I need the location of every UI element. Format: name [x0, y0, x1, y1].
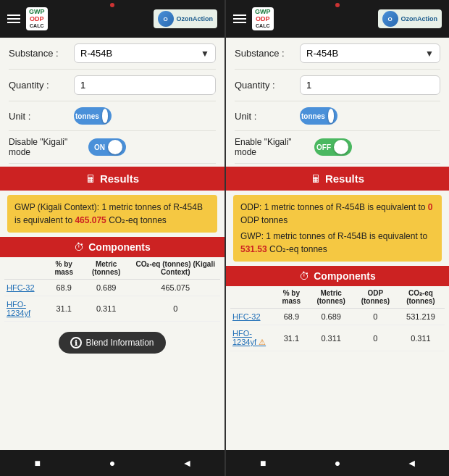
logo-right: GWP ODP CALC — [252, 7, 274, 30]
nav-circle-left[interactable]: ● — [104, 454, 121, 472]
components-header-left: ⏱ Components — [0, 237, 224, 257]
blend-info-button-left[interactable]: ℹ Blend Information — [59, 332, 165, 354]
nav-back-left[interactable]: ◄ — [178, 454, 196, 472]
result-odp-prefix: ODP: 1 metric tonnes of R-454B is equiva… — [240, 202, 428, 212]
components-icon-left: ⏱ — [74, 241, 84, 253]
kigali-toggle-right[interactable]: OFF — [314, 138, 352, 156]
logo-odp: ODP — [30, 16, 44, 23]
th-name-right — [230, 286, 274, 309]
quantity-label-left: Quantity : — [9, 80, 74, 91]
row2-name-left[interactable]: HFO-1234yf — [4, 296, 46, 322]
row2-pct-right: 31.1 — [274, 325, 308, 351]
quantity-control-right: 1 — [300, 75, 440, 95]
row2-name-right[interactable]: HFO-1234yf ⚠ — [230, 325, 274, 351]
form-section-right: Substance : R-454B ▼ Quantity : 1 Unit — [226, 38, 449, 164]
unit-toggle-label-right: tonnes — [301, 112, 325, 120]
result-box-left: GWP (Kigali Context): 1 metric tonnes of… — [7, 195, 217, 233]
result-box-right: ODP: 1 metric tonnes of R-454B is equiva… — [233, 195, 442, 262]
kigali-row-left: Disable "Kigali" mode ON — [9, 131, 216, 164]
th-metric-left: Metric (tonnes) — [82, 257, 131, 280]
substance-control-right: R-454B ▼ — [300, 43, 440, 63]
nav-square-left[interactable]: ■ — [29, 454, 46, 472]
row1-metric-left: 0.689 — [82, 280, 131, 296]
substance-dropdown-right[interactable]: R-454B ▼ — [300, 43, 440, 63]
row2-pct-left: 31.1 — [46, 296, 81, 322]
unit-control-right: tonnes — [300, 107, 440, 125]
result-gwp-value: 531.53 — [240, 244, 267, 254]
kigali-toggle-left[interactable]: ON — [88, 138, 126, 156]
substance-label-left: Substance : — [9, 48, 74, 59]
content-left: Substance : R-454B ▼ Quantity : 1 Unit — [0, 38, 224, 450]
results-header-left: 🖩 Results — [0, 167, 224, 191]
th-pct-right: % by mass — [274, 286, 308, 309]
logo-left: GWP ODP CALC — [26, 7, 48, 30]
form-section-left: Substance : R-454B ▼ Quantity : 1 Unit — [0, 38, 224, 164]
blend-btn-label-left: Blend Information — [85, 338, 154, 348]
kigali-control-left: ON — [88, 138, 216, 156]
left-panel: GWP ODP CALC O OzonAction Substance : R-… — [0, 0, 224, 476]
comp-table-wrapper-right: % by mass Metric (tonnes) ODP (tonnes) C… — [226, 286, 449, 351]
content-right: Substance : R-454B ▼ Quantity : 1 Unit — [226, 38, 449, 450]
unit-toggle-knob-right — [328, 109, 334, 123]
result-value-left: 465.075 — [75, 215, 106, 225]
row2-metric-right: 0.311 — [308, 325, 353, 351]
th-odp-right: ODP (tonnes) — [354, 286, 397, 309]
logo-odp-r: ODP — [256, 16, 270, 23]
unit-row-right: Unit : tonnes — [235, 101, 440, 131]
row1-metric-right: 0.689 — [308, 309, 353, 325]
kigali-toggle-label-right: OFF — [316, 143, 331, 151]
unit-control-left: tonnes — [74, 107, 216, 125]
table-row: HFO-1234yf ⚠ 31.1 0.311 0 0.311 — [230, 325, 445, 351]
th-name-left — [4, 257, 46, 280]
unit-label-left: Unit : — [9, 111, 74, 122]
components-header-right: ⏱ Components — [226, 266, 449, 286]
substance-row-right: Substance : R-454B ▼ — [235, 38, 440, 70]
quantity-row-right: Quantity : 1 — [235, 70, 440, 101]
unit-toggle-left[interactable]: tonnes — [74, 107, 112, 125]
quantity-row-left: Quantity : 1 — [9, 70, 216, 101]
nav-square-right[interactable]: ■ — [254, 454, 272, 472]
components-title-left: Components — [88, 241, 151, 253]
row1-pct-left: 68.9 — [46, 280, 81, 296]
hamburger-menu-left[interactable] — [7, 14, 20, 23]
kigali-row-right: Enable "Kigali" mode OFF — [235, 131, 440, 164]
result-unit-left: CO₂-eq tonnes — [109, 215, 167, 225]
ozon-logo-right: O OzonAction — [378, 9, 442, 28]
row1-odp-right: 0 — [354, 309, 397, 325]
ozon-circle-left: O — [158, 11, 174, 27]
results-header-right: 🖩 Results — [226, 167, 449, 191]
kigali-toggle-knob-left — [108, 140, 122, 154]
quantity-field-right[interactable]: 1 — [306, 80, 434, 91]
nav-circle-right[interactable]: ● — [329, 454, 346, 472]
results-icon-right: 🖩 — [311, 173, 321, 185]
quantity-control-left: 1 — [74, 75, 216, 95]
quantity-field-left[interactable]: 1 — [80, 80, 209, 91]
nav-back-right[interactable]: ◄ — [403, 454, 421, 472]
row1-name-right[interactable]: HFC-32 — [230, 309, 274, 325]
hamburger-menu-right[interactable] — [233, 14, 246, 23]
row1-pct-right: 68.9 — [274, 309, 308, 325]
quantity-input-right[interactable]: 1 — [300, 75, 440, 95]
substance-dropdown-left[interactable]: R-454B ▼ — [74, 43, 216, 63]
comp-table-wrapper-left: % by mass Metric (tonnes) CO₂-eq (tonnes… — [0, 257, 224, 322]
row1-name-left[interactable]: HFC-32 — [4, 280, 46, 296]
th-metric-right: Metric (tonnes) — [308, 286, 353, 309]
substance-label-right: Substance : — [235, 48, 300, 59]
status-dot-right — [335, 3, 340, 7]
results-icon-left: 🖩 — [85, 173, 96, 185]
unit-toggle-right[interactable]: tonnes — [300, 107, 337, 125]
right-panel: GWP ODP CALC O OzonAction Substance : R-… — [224, 0, 449, 476]
table-row: HFC-32 68.9 0.689 0 531.219 — [230, 309, 445, 325]
th-co2-left: CO₂-eq (tonnes) (Kigali Context) — [130, 257, 220, 280]
substance-arrow-left: ▼ — [201, 49, 209, 59]
result-odp-value: 0 — [428, 202, 433, 212]
warning-icon: ⚠ — [259, 338, 266, 346]
unit-toggle-knob-left — [102, 109, 108, 123]
row2-metric-left: 0.311 — [82, 296, 131, 322]
kigali-label-right: Enable "Kigali" mode — [235, 137, 314, 157]
result-odp-line: ODP: 1 metric tonnes of R-454B is equiva… — [240, 201, 435, 227]
kigali-toggle-label-left: ON — [94, 143, 105, 151]
quantity-input-left[interactable]: 1 — [74, 75, 216, 95]
kigali-toggle-knob-right — [334, 140, 348, 154]
row1-co2-left: 465.075 — [130, 280, 220, 296]
